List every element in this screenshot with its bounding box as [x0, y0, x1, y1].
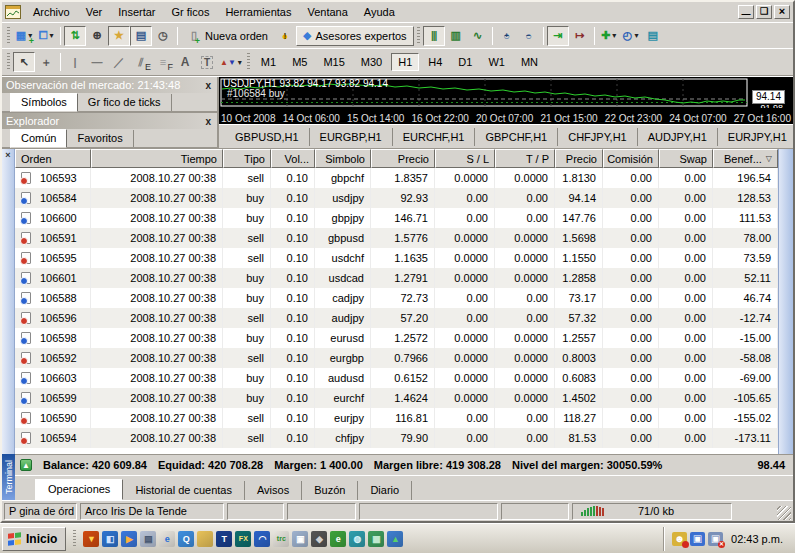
terminal-tab-historial-de-cuentas[interactable]: Historial de cuentas [123, 481, 245, 500]
flashget-icon[interactable]: ▼ [83, 531, 99, 547]
line-chart-button[interactable]: ∿ [467, 26, 489, 46]
zoom-in-button[interactable]: ○+ [496, 26, 518, 46]
chart-shift-button[interactable]: ↦ [569, 26, 591, 46]
templates-button[interactable]: ▤ [642, 26, 664, 46]
order-row-106591[interactable]: 1065912008.10.27 00:38sell0.10gbpusd1.57… [15, 228, 778, 248]
new-order-button[interactable]: ▯+ Nueva orden [181, 26, 274, 46]
new-chart-button[interactable]: ▦+▾ [13, 26, 35, 46]
menu-ayuda[interactable]: Ayuda [356, 4, 403, 21]
timeframe-m30[interactable]: M30 [354, 54, 389, 70]
terminal-tab-avisos[interactable]: Avisos [245, 481, 302, 500]
indicators-button[interactable]: ✚▾ [598, 26, 620, 46]
zoom-out-button[interactable]: ○− [518, 26, 540, 46]
timeframe-h1[interactable]: H1 [391, 53, 419, 71]
close-button[interactable]: × [774, 5, 790, 19]
restore-button[interactable]: ❑ [756, 5, 772, 19]
column-header-price[interactable]: Precio [555, 149, 603, 168]
column-header-open_price[interactable]: Precio [371, 149, 435, 168]
column-header-profit[interactable]: Benef...▽ [713, 149, 778, 168]
globe-app-icon[interactable]: ◍ [349, 531, 365, 547]
chart-tab-eurgbp-h1[interactable]: EURGBP,H1 [310, 128, 393, 146]
column-header-symbol[interactable]: Simbolo [315, 149, 371, 168]
menu-ver[interactable]: Ver [78, 4, 111, 21]
tab-s-mbolos[interactable]: Símbolos [10, 93, 78, 112]
media-player-icon[interactable]: ▶ [121, 531, 137, 547]
timeframe-d1[interactable]: D1 [451, 54, 479, 70]
order-row-106593[interactable]: 1065932008.10.27 00:38sell0.10gbpchf1.83… [15, 168, 778, 188]
window-app-icon[interactable]: ▣ [292, 531, 308, 547]
order-row-106603[interactable]: 1066032008.10.27 00:38buy0.10audusd0.615… [15, 368, 778, 388]
trc-app-icon[interactable]: trc [273, 531, 289, 547]
expert-advisors-button[interactable]: ◆ Asesores expertos [296, 26, 414, 46]
order-row-106594[interactable]: 1065942008.10.27 00:38sell0.10chfjpy79.9… [15, 428, 778, 448]
terminal-side-label[interactable]: Terminal [2, 454, 15, 500]
order-row-106590[interactable]: 1065902008.10.27 00:38sell0.10eurjpy116.… [15, 408, 778, 428]
timeframe-m5[interactable]: M5 [285, 54, 314, 70]
resize-grip[interactable] [777, 506, 791, 520]
calculator-icon[interactable]: ▤ [140, 531, 156, 547]
chart-tab-audjpy-h1[interactable]: AUDJPY,H1 [638, 128, 718, 146]
chart-tab-gbpusd-h1[interactable]: GBPUSD,H1 [225, 128, 310, 146]
menu-herramientas[interactable]: Herramientas [217, 4, 299, 21]
timeframe-m15[interactable]: M15 [316, 54, 351, 70]
menu-ventana[interactable]: Ventana [299, 4, 355, 21]
start-button[interactable]: Inicio [2, 527, 66, 551]
horizontal-line-button[interactable]: — [86, 52, 108, 72]
browser-swirl-icon[interactable]: ◠ [254, 531, 270, 547]
column-header-id[interactable]: Orden [15, 149, 91, 168]
terminal-tab-operaciones[interactable]: Operaciones [35, 479, 123, 500]
chart-tab-eurchf-h1[interactable]: EURCHF,H1 [393, 128, 476, 146]
t-app-icon[interactable]: T [216, 531, 232, 547]
tab-favoritos[interactable]: Favoritos [67, 130, 133, 147]
timeframe-h4[interactable]: H4 [421, 54, 449, 70]
tab-com-n[interactable]: Común [10, 129, 67, 148]
menu-insertar[interactable]: Insertar [110, 4, 163, 21]
internet-explorer-icon[interactable]: e [159, 531, 175, 547]
order-row-106598[interactable]: 1065982008.10.27 00:38buy0.10eurusd1.257… [15, 328, 778, 348]
column-header-tp[interactable]: T / P [495, 149, 555, 168]
terminal-tab-diario[interactable]: Diario [358, 481, 412, 500]
close-icon[interactable]: x [203, 80, 213, 91]
menu-archivo[interactable]: Archivo [25, 4, 78, 21]
e-green-app-icon[interactable]: e [330, 531, 346, 547]
order-row-106596[interactable]: 1065962008.10.27 00:38sell0.10audjpy57.2… [15, 308, 778, 328]
column-header-time[interactable]: Tiempo [91, 149, 223, 168]
column-header-commission[interactable]: Comisión [603, 149, 659, 168]
crosshair-button[interactable]: ＋ [35, 52, 57, 72]
equidistant-channel-button[interactable]: ⫽E [130, 52, 152, 72]
fx-app-icon[interactable]: FX [235, 531, 251, 547]
timeframe-m1[interactable]: M1 [254, 54, 283, 70]
order-row-106588[interactable]: 1065882008.10.27 00:38buy0.10cadjpy72.73… [15, 288, 778, 308]
warning-icon[interactable]: ●! [274, 26, 296, 46]
column-header-type[interactable]: Tipo [223, 149, 271, 168]
text-label-button[interactable]: T [196, 52, 218, 72]
column-header-volume[interactable]: Vol... [271, 149, 315, 168]
toolbar-grip[interactable] [417, 27, 420, 45]
acrobat-landscape-icon[interactable]: ▲ [387, 531, 403, 547]
profiles-button[interactable]: ⧠▾ [35, 26, 57, 46]
taskbar-clock[interactable]: 02:43 p.m. [727, 533, 787, 545]
chart-tab-eurjpy-h1[interactable]: EURJPY,H1 [718, 128, 795, 146]
network-computers-icon[interactable]: ▣ [690, 532, 705, 546]
network-disconnected-icon[interactable]: ▣✕ [708, 532, 723, 546]
periods-button[interactable]: ◴▾ [620, 26, 642, 46]
market-watch-button[interactable]: ⇅ [64, 26, 86, 46]
crosshair-window-button[interactable]: ⊕ [86, 26, 108, 46]
terminal-button[interactable]: ▤ [130, 26, 152, 46]
cursor-button[interactable]: ↖ [13, 52, 35, 72]
toolbar-grip[interactable] [247, 53, 250, 71]
order-row-106601[interactable]: 1066012008.10.27 00:38buy0.10usdcad1.279… [15, 268, 778, 288]
menu-gr-ficos[interactable]: Gr ficos [164, 4, 218, 21]
tab-gr-fico-de-ticks[interactable]: Gr fico de ticks [78, 94, 172, 111]
navigator-button[interactable]: ★ [108, 26, 130, 46]
trendline-button[interactable]: ／ [108, 52, 130, 72]
text-button[interactable]: A [174, 52, 196, 72]
order-row-106592[interactable]: 1065922008.10.27 00:38sell0.10eurgbp0.79… [15, 348, 778, 368]
column-header-sl[interactable]: S / L [435, 149, 495, 168]
offline-user-icon[interactable]: ☻ [672, 532, 687, 546]
quicktime-icon[interactable]: Q [178, 531, 194, 547]
terminal-tab-buz-n[interactable]: Buzón [302, 481, 358, 500]
toolbar-grip[interactable] [7, 53, 10, 71]
close-icon[interactable]: x [203, 116, 213, 127]
chart-tab-gbpchf-h1[interactable]: GBPCHF,H1 [475, 128, 558, 146]
